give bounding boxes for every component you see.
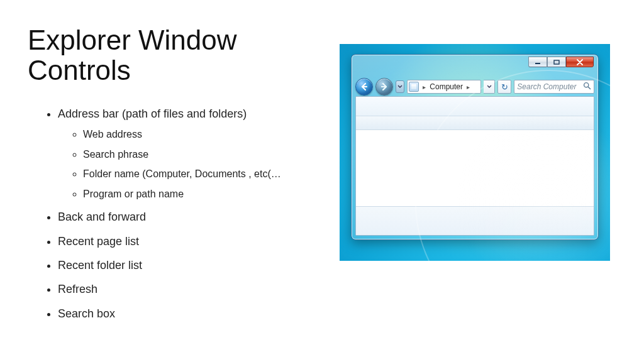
back-button[interactable] (355, 78, 373, 96)
breadcrumb-item[interactable]: Computer (430, 82, 463, 91)
bullet-list: Address bar (path of files and folders) … (28, 106, 319, 321)
forward-arrow-icon (380, 82, 389, 91)
chevron-down-icon (487, 85, 492, 89)
refresh-icon: ↻ (501, 82, 508, 92)
svg-point-2 (584, 83, 589, 87)
back-arrow-icon (360, 82, 369, 91)
list-item: Search phrase (83, 148, 319, 162)
recent-locations-dropdown[interactable] (484, 80, 495, 94)
content-pane (356, 130, 594, 206)
refresh-button[interactable]: ↻ (497, 80, 511, 94)
list-item: Recent folder list (58, 258, 319, 273)
address-bar[interactable]: ▸ Computer ▸ (407, 80, 481, 94)
window-client-area (355, 96, 594, 236)
list-item: Address bar (path of files and folders) … (58, 106, 319, 201)
close-button[interactable] (566, 57, 594, 67)
breadcrumb-sep-icon: ▸ (465, 84, 471, 90)
svg-rect-1 (554, 60, 559, 64)
explorer-window: ▸ Computer ▸ ↻ Search Computer (351, 54, 599, 240)
list-item: Folder name (Computer, Documents , etc(… (83, 167, 319, 181)
minimize-icon (535, 60, 541, 65)
list-item: Web address (83, 128, 319, 141)
window-caption-buttons (528, 57, 594, 67)
computer-icon (409, 82, 419, 92)
list-item: Back and forward (58, 209, 319, 224)
slide-title: Explorer Window Controls (28, 25, 319, 86)
recent-pages-dropdown[interactable] (396, 80, 404, 93)
chevron-down-icon (397, 85, 402, 89)
command-bar (356, 116, 594, 130)
minimize-button[interactable] (528, 57, 547, 67)
menu-bar-area (356, 97, 594, 116)
list-item: Search box (58, 306, 319, 321)
svg-rect-0 (535, 63, 540, 64)
sub-list: Web address Search phrase Folder name (C… (58, 128, 319, 200)
list-item-label: Address bar (path of files and folders) (58, 107, 247, 120)
list-item: Program or path name (83, 187, 319, 201)
close-icon (576, 59, 584, 65)
list-item: Refresh (58, 282, 319, 297)
search-placeholder: Search Computer (517, 82, 576, 91)
maximize-icon (553, 60, 560, 65)
details-pane (356, 206, 594, 235)
forward-button[interactable] (375, 78, 393, 96)
breadcrumb-sep-icon: ▸ (421, 84, 427, 90)
search-icon (583, 82, 591, 92)
search-box[interactable]: Search Computer (514, 80, 594, 94)
svg-line-3 (589, 87, 591, 89)
list-item: Recent page list (58, 234, 319, 249)
navigation-bar: ▸ Computer ▸ ↻ Search Computer (355, 77, 594, 96)
maximize-button[interactable] (547, 57, 566, 67)
desktop-wallpaper: ▸ Computer ▸ ↻ Search Computer (340, 44, 610, 261)
